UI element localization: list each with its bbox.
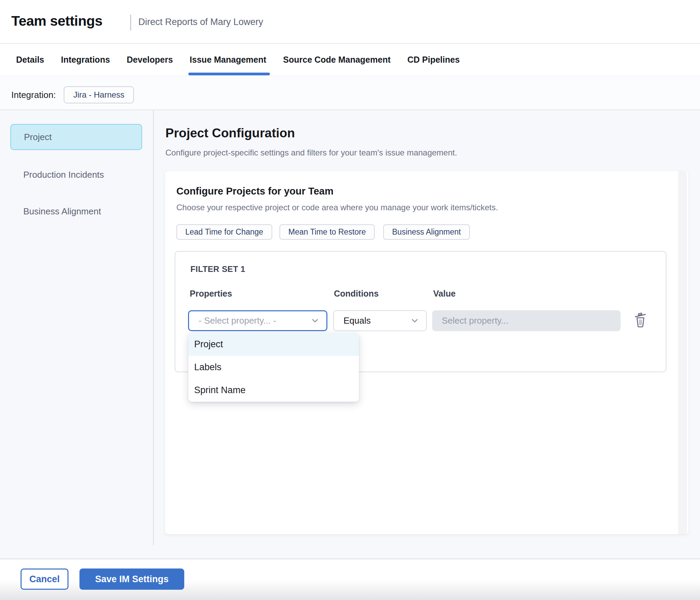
trash-icon — [633, 312, 648, 328]
dropdown-option-project[interactable]: Project — [188, 333, 359, 356]
title-separator — [130, 15, 131, 30]
page-title: Team settings — [11, 13, 102, 29]
chevron-down-icon — [412, 319, 418, 323]
cancel-button[interactable]: Cancel — [21, 568, 68, 590]
sidebar-item-project[interactable]: Project — [10, 124, 142, 150]
integration-label: Integration: — [11, 90, 56, 100]
tab-source-code-management-label: Source Code Management — [283, 55, 391, 65]
tab-integrations[interactable]: Integrations — [61, 44, 110, 76]
scrollbar-track[interactable] — [678, 171, 687, 534]
column-label-properties: Properties — [190, 289, 232, 299]
section-description: Configure project-specific settings and … — [165, 148, 457, 158]
dropdown-option-labels[interactable]: Labels — [188, 356, 359, 379]
value-input[interactable]: Select property... — [432, 310, 621, 331]
dropdown-option-sprint-name[interactable]: Sprint Name — [188, 379, 359, 402]
card-description: Choose your respective project or code a… — [176, 203, 498, 212]
delete-filter-button[interactable] — [633, 312, 648, 328]
tab-cd-pipelines-label: CD Pipelines — [408, 55, 460, 65]
conditions-select[interactable]: Equals — [333, 310, 427, 331]
properties-dropdown-menu: Project Labels Sprint Name — [188, 333, 359, 402]
tab-details-label: Details — [16, 55, 44, 65]
properties-select[interactable]: - Select property... - — [188, 310, 327, 331]
sidebar-divider — [153, 110, 154, 545]
tab-developers-label: Developers — [127, 55, 173, 65]
chevron-down-icon — [312, 319, 318, 323]
page-subtitle: Direct Reports of Mary Lowery — [138, 17, 263, 27]
tab-cd-pipelines[interactable]: CD Pipelines — [408, 44, 460, 76]
save-im-settings-button[interactable]: Save IM Settings — [79, 568, 184, 590]
conditions-select-value: Equals — [343, 315, 371, 326]
tab-bar: Details Integrations Developers Issue Ma… — [16, 44, 460, 76]
tab-integrations-label: Integrations — [61, 55, 110, 65]
tab-details[interactable]: Details — [16, 44, 44, 76]
sidebar-item-business-alignment[interactable]: Business Alignment — [23, 206, 101, 217]
sidebar-item-production-incidents[interactable]: Production Incidents — [23, 170, 104, 180]
card-title: Configure Projects for your Team — [176, 186, 334, 197]
team-settings-page: Team settings Direct Reports of Mary Low… — [0, 0, 700, 600]
value-input-placeholder: Select property... — [442, 315, 509, 326]
chip-business-alignment[interactable]: Business Alignment — [383, 224, 470, 240]
tab-source-code-management[interactable]: Source Code Management — [283, 44, 391, 76]
tab-issue-management-label: Issue Management — [190, 55, 266, 65]
tab-issue-management[interactable]: Issue Management — [190, 44, 266, 76]
section-heading: Project Configuration — [165, 126, 295, 140]
active-tab-underline — [188, 73, 270, 75]
column-label-conditions: Conditions — [334, 289, 379, 299]
chip-lead-time-for-change[interactable]: Lead Time for Change — [176, 224, 272, 240]
tab-developers[interactable]: Developers — [127, 44, 173, 76]
properties-select-placeholder: - Select property... - — [199, 315, 276, 326]
chip-mean-time-to-restore[interactable]: Mean Time to Restore — [279, 224, 375, 240]
filter-set-title: FILTER SET 1 — [190, 264, 245, 274]
column-label-value: Value — [433, 289, 455, 299]
integration-chip[interactable]: Jira - Harness — [64, 86, 134, 103]
